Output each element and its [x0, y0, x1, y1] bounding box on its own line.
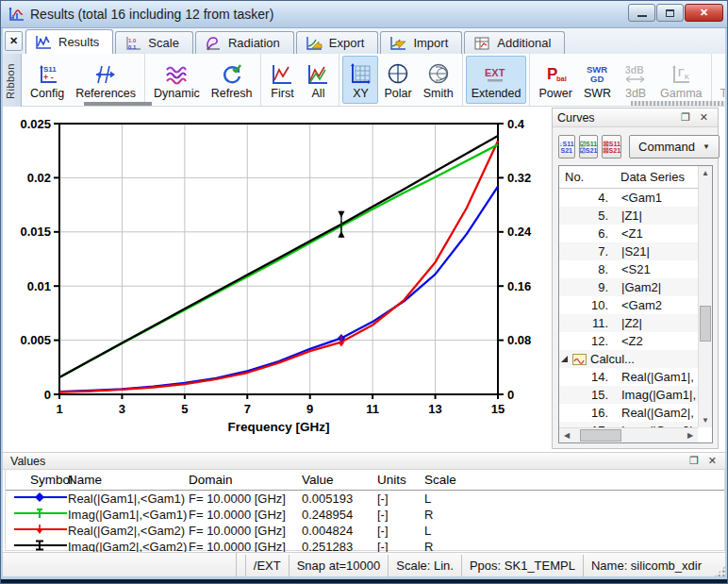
minimize-button[interactable] [628, 4, 655, 22]
minimize-icon [637, 14, 647, 17]
close-panel-icon[interactable]: ✕ [703, 455, 721, 467]
check-s11-s21-button[interactable]: ☑S11 ☑S21 [579, 135, 599, 159]
values-panel-titlebar[interactable]: Values ❐ ✕ [1, 452, 728, 470]
svg-text:0.025: 0.025 [20, 117, 51, 131]
smith-button[interactable]: Smith [418, 56, 459, 104]
status-field-0: /EXT [245, 555, 289, 576]
values-row[interactable]: Real(|Gam1|,<Gam1)F= 10.0000 [GHz]0.0051… [6, 491, 724, 507]
status-empty-field [236, 553, 245, 578]
extended-button[interactable]: EXT Extended [466, 56, 527, 104]
float-panel-icon[interactable]: ❐ [685, 455, 703, 467]
svg-text:15: 15 [491, 402, 505, 416]
svg-text:EXT: EXT [485, 67, 505, 78]
title-bar[interactable]: Results (total 16 including 12 from task… [1, 1, 728, 28]
xy-button[interactable]: XY [342, 56, 378, 104]
curve-series-name: Real(|Gam2|, [608, 406, 698, 420]
tab-scale[interactable]: 1.0 0.1 Scale [115, 31, 193, 54]
curves-row[interactable]: 11.|Z2| [559, 314, 698, 332]
vscroll-thumb[interactable] [700, 306, 711, 342]
series-domain: F= 10.0000 [GHz] [189, 508, 302, 522]
curves-row[interactable]: 10.<Gam2 [559, 296, 698, 314]
tab-label: Scale [148, 36, 179, 50]
values-row[interactable]: Real(|Gam2|,<Gam2)F= 10.0000 [GHz]0.0048… [6, 523, 724, 539]
tab-radiation[interactable]: Radiation [195, 31, 294, 54]
all-button[interactable]: All [300, 56, 336, 104]
status-field-2: Scale: Lin. [388, 555, 461, 576]
status-field-4: Name: silicomb_xdir [583, 555, 709, 576]
ribbon-close-button[interactable]: ✕ [5, 31, 23, 51]
curve-number: 11. [559, 316, 608, 330]
svg-text:7: 7 [244, 402, 251, 416]
tab-export[interactable]: Export [296, 31, 379, 54]
scale-tab-icon: 1.0 0.1 [124, 36, 142, 51]
curves-group-row[interactable]: Calcul... [559, 350, 698, 368]
xy-chart[interactable]: 1357911131500.0050.010.0150.020.02500.08… [1, 107, 553, 452]
tab-label: Results [58, 35, 99, 49]
curves-row[interactable]: 14.Real(|Gam1|, [559, 368, 698, 386]
curves-row[interactable]: 4.<Gam1 [559, 189, 698, 207]
hscroll-thumb[interactable] [580, 429, 621, 442]
swr-button[interactable]: SWR GD SWR [578, 56, 617, 104]
add-s11-s21-button[interactable]: ↓S11 S21 [558, 135, 575, 159]
config-icon: S11 + - [35, 61, 59, 87]
power-icon: P bal [543, 61, 568, 87]
curve-series-name: |Gam2| [608, 280, 698, 294]
series-units: [-] [377, 492, 424, 506]
tab-import[interactable]: Import [380, 31, 462, 54]
power-button[interactable]: P bal Power [533, 56, 577, 104]
window-frame [1, 28, 3, 576]
curves-panel: Curves ❐ ✕ ↓S11 S21 ☑S11 ☑S21 ☒S11 ☒S21 [552, 108, 719, 449]
threedb-icon: 3dB [622, 61, 649, 87]
series-units: [-] [377, 508, 424, 522]
config-button[interactable]: S11 + - Config [25, 56, 70, 104]
series-name: Real(|Gam1|,<Gam1) [68, 492, 189, 506]
svg-text:Frequency [GHz]: Frequency [GHz] [227, 420, 329, 434]
uncheck-s11-s21-button[interactable]: ☒S11 ☒S21 [602, 135, 621, 159]
curves-panel-title: Curves [557, 111, 595, 125]
polar-button[interactable]: Polar [378, 56, 417, 104]
tab-additional[interactable]: Additional [464, 31, 565, 54]
xy-grid-icon [348, 61, 372, 87]
scroll-down-icon[interactable]: ▼ [699, 413, 712, 427]
refresh-button[interactable]: Refresh [206, 56, 258, 104]
curves-row[interactable]: 8.<S21 [559, 260, 698, 278]
scroll-right-icon[interactable]: ▶ [683, 428, 698, 442]
float-panel-icon[interactable]: ❐ [676, 111, 695, 124]
curves-row[interactable]: 5.|Z1| [559, 207, 698, 225]
curves-row[interactable]: 12.<Z2 [559, 332, 698, 350]
scroll-up-icon[interactable]: ▲ [699, 166, 712, 180]
curves-panel-titlebar[interactable]: Curves ❐ ✕ [553, 108, 718, 127]
series-symbol [6, 524, 68, 538]
values-panel-title: Values [10, 455, 45, 468]
scroll-left-icon[interactable]: ◀ [559, 428, 574, 442]
curves-horizontal-scrollbar[interactable]: ◀ ▶ [559, 427, 698, 442]
curves-row[interactable]: 9.|Gam2| [559, 278, 698, 296]
swr-icon: SWR GD [584, 61, 610, 87]
restore-button[interactable] [656, 4, 684, 22]
curves-row[interactable]: 6.<Z1 [559, 225, 698, 242]
curves-vertical-scrollbar[interactable]: ▲ ▼ [698, 166, 712, 427]
curves-row[interactable]: 7.|S21| [559, 242, 698, 260]
references-button[interactable]: References [70, 56, 141, 104]
curves-row[interactable]: 16.Real(|Gam2|, [559, 404, 698, 422]
close-panel-icon[interactable]: ✕ [695, 111, 713, 124]
tab-results[interactable]: Results [25, 29, 113, 54]
svg-text:bal: bal [556, 75, 567, 83]
series-value: 0.004824 [302, 524, 377, 538]
tab-label: Radiation [228, 36, 280, 50]
curves-row[interactable]: 15.Imag(|Gam1|, [559, 386, 698, 404]
first-button[interactable]: First [264, 56, 300, 104]
curve-number: 6. [559, 226, 608, 241]
values-row[interactable]: Imag(|Gam1|,<Gam1)F= 10.0000 [GHz]0.2489… [6, 507, 724, 523]
gamma-button[interactable]: Γ K Gamma [654, 56, 707, 104]
close-button[interactable]: ✕ [685, 4, 723, 22]
svg-text:0.32: 0.32 [507, 171, 531, 185]
curve-series-name: <S21 [608, 262, 698, 276]
calculation-chart-icon [572, 354, 587, 365]
command-dropdown[interactable]: Command ▼ [629, 135, 720, 159]
curve-series-name: |Z1| [608, 209, 698, 223]
threedb-button[interactable]: 3dB 3dB [617, 56, 654, 104]
dynamic-button[interactable]: Dynamic [148, 56, 206, 104]
series-units: [-] [377, 524, 424, 538]
polar-icon [386, 61, 410, 87]
